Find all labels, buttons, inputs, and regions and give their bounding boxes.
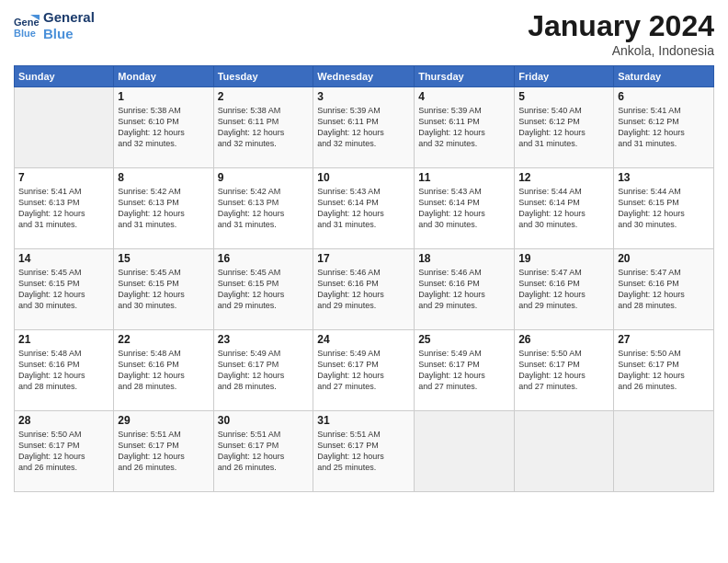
- cell-info: Sunrise: 5:48 AM Sunset: 6:16 PM Dayligh…: [118, 348, 209, 393]
- cell-info: Sunrise: 5:43 AM Sunset: 6:14 PM Dayligh…: [418, 186, 510, 231]
- calendar-week-2: 7Sunrise: 5:41 AM Sunset: 6:13 PM Daylig…: [15, 168, 714, 249]
- calendar-cell: [515, 411, 614, 492]
- cell-info: Sunrise: 5:51 AM Sunset: 6:17 PM Dayligh…: [317, 429, 410, 474]
- cell-info: Sunrise: 5:39 AM Sunset: 6:11 PM Dayligh…: [418, 105, 510, 150]
- calendar-cell: 23Sunrise: 5:49 AM Sunset: 6:17 PM Dayli…: [213, 330, 313, 411]
- calendar-week-4: 21Sunrise: 5:48 AM Sunset: 6:16 PM Dayli…: [15, 330, 714, 411]
- cell-info: Sunrise: 5:45 AM Sunset: 6:15 PM Dayligh…: [218, 267, 310, 312]
- calendar-cell: 26Sunrise: 5:50 AM Sunset: 6:17 PM Dayli…: [515, 330, 614, 411]
- location: Ankola, Indonesia: [528, 43, 714, 58]
- calendar-cell: 24Sunrise: 5:49 AM Sunset: 6:17 PM Dayli…: [313, 330, 415, 411]
- calendar-cell: 17Sunrise: 5:46 AM Sunset: 6:16 PM Dayli…: [313, 249, 415, 330]
- cell-day-number: 28: [18, 414, 109, 427]
- svg-text:Blue: Blue: [14, 28, 36, 39]
- cell-info: Sunrise: 5:45 AM Sunset: 6:15 PM Dayligh…: [18, 267, 109, 312]
- cell-day-number: 15: [118, 252, 209, 265]
- cell-info: Sunrise: 5:50 AM Sunset: 6:17 PM Dayligh…: [18, 429, 109, 474]
- cell-info: Sunrise: 5:42 AM Sunset: 6:13 PM Dayligh…: [218, 186, 310, 231]
- header: General Blue General Blue January 2024 A…: [14, 9, 714, 58]
- cell-info: Sunrise: 5:43 AM Sunset: 6:14 PM Dayligh…: [317, 186, 410, 231]
- cell-info: Sunrise: 5:44 AM Sunset: 6:14 PM Dayligh…: [518, 186, 609, 231]
- header-day-friday: Friday: [515, 66, 614, 87]
- cell-day-number: 29: [118, 414, 209, 427]
- calendar-cell: 13Sunrise: 5:44 AM Sunset: 6:15 PM Dayli…: [614, 168, 714, 249]
- calendar-cell: 1Sunrise: 5:38 AM Sunset: 6:10 PM Daylig…: [114, 87, 213, 168]
- calendar-cell: 8Sunrise: 5:42 AM Sunset: 6:13 PM Daylig…: [114, 168, 213, 249]
- calendar-cell: 25Sunrise: 5:49 AM Sunset: 6:17 PM Dayli…: [415, 330, 515, 411]
- cell-info: Sunrise: 5:49 AM Sunset: 6:17 PM Dayligh…: [418, 348, 510, 393]
- cell-day-number: 2: [218, 90, 310, 103]
- cell-day-number: 1: [118, 90, 209, 103]
- cell-day-number: 3: [317, 90, 410, 103]
- cell-info: Sunrise: 5:41 AM Sunset: 6:12 PM Dayligh…: [618, 105, 710, 150]
- calendar-cell: 12Sunrise: 5:44 AM Sunset: 6:14 PM Dayli…: [515, 168, 614, 249]
- calendar-cell: 2Sunrise: 5:38 AM Sunset: 6:11 PM Daylig…: [213, 87, 313, 168]
- calendar: SundayMondayTuesdayWednesdayThursdayFrid…: [14, 65, 714, 492]
- cell-day-number: 14: [18, 252, 109, 265]
- cell-day-number: 24: [317, 333, 410, 346]
- calendar-cell: 3Sunrise: 5:39 AM Sunset: 6:11 PM Daylig…: [313, 87, 415, 168]
- cell-info: Sunrise: 5:48 AM Sunset: 6:16 PM Dayligh…: [18, 348, 109, 393]
- cell-day-number: 9: [218, 171, 310, 184]
- cell-day-number: 30: [218, 414, 310, 427]
- cell-day-number: 31: [317, 414, 410, 427]
- cell-info: Sunrise: 5:40 AM Sunset: 6:12 PM Dayligh…: [518, 105, 609, 150]
- cell-info: Sunrise: 5:46 AM Sunset: 6:16 PM Dayligh…: [317, 267, 410, 312]
- header-day-sunday: Sunday: [15, 66, 114, 87]
- calendar-cell: 31Sunrise: 5:51 AM Sunset: 6:17 PM Dayli…: [313, 411, 415, 492]
- calendar-cell: 7Sunrise: 5:41 AM Sunset: 6:13 PM Daylig…: [15, 168, 114, 249]
- calendar-cell: 10Sunrise: 5:43 AM Sunset: 6:14 PM Dayli…: [313, 168, 415, 249]
- svg-text:General: General: [14, 17, 40, 28]
- cell-day-number: 10: [317, 171, 410, 184]
- cell-day-number: 7: [18, 171, 109, 184]
- cell-info: Sunrise: 5:49 AM Sunset: 6:17 PM Dayligh…: [218, 348, 310, 393]
- calendar-cell: 9Sunrise: 5:42 AM Sunset: 6:13 PM Daylig…: [213, 168, 313, 249]
- logo-line2: Blue: [43, 26, 95, 42]
- calendar-week-3: 14Sunrise: 5:45 AM Sunset: 6:15 PM Dayli…: [15, 249, 714, 330]
- cell-day-number: 17: [317, 252, 410, 265]
- header-day-tuesday: Tuesday: [213, 66, 313, 87]
- cell-info: Sunrise: 5:44 AM Sunset: 6:15 PM Dayligh…: [618, 186, 710, 231]
- calendar-cell: 21Sunrise: 5:48 AM Sunset: 6:16 PM Dayli…: [15, 330, 114, 411]
- cell-day-number: 26: [518, 333, 609, 346]
- title-block: January 2024 Ankola, Indonesia: [528, 9, 714, 58]
- cell-day-number: 23: [218, 333, 310, 346]
- calendar-cell: 4Sunrise: 5:39 AM Sunset: 6:11 PM Daylig…: [415, 87, 515, 168]
- calendar-cell: 28Sunrise: 5:50 AM Sunset: 6:17 PM Dayli…: [15, 411, 114, 492]
- cell-day-number: 20: [618, 252, 710, 265]
- cell-info: Sunrise: 5:47 AM Sunset: 6:16 PM Dayligh…: [618, 267, 710, 312]
- calendar-cell: 16Sunrise: 5:45 AM Sunset: 6:15 PM Dayli…: [213, 249, 313, 330]
- header-day-thursday: Thursday: [415, 66, 515, 87]
- calendar-week-5: 28Sunrise: 5:50 AM Sunset: 6:17 PM Dayli…: [15, 411, 714, 492]
- cell-info: Sunrise: 5:38 AM Sunset: 6:11 PM Dayligh…: [218, 105, 310, 150]
- header-day-saturday: Saturday: [614, 66, 714, 87]
- calendar-cell: [614, 411, 714, 492]
- calendar-cell: 27Sunrise: 5:50 AM Sunset: 6:17 PM Dayli…: [614, 330, 714, 411]
- page: General Blue General Blue January 2024 A…: [0, 0, 728, 563]
- logo: General Blue General Blue: [14, 9, 95, 42]
- calendar-week-1: 1Sunrise: 5:38 AM Sunset: 6:10 PM Daylig…: [15, 87, 714, 168]
- cell-info: Sunrise: 5:39 AM Sunset: 6:11 PM Dayligh…: [317, 105, 410, 150]
- cell-day-number: 16: [218, 252, 310, 265]
- calendar-cell: 18Sunrise: 5:46 AM Sunset: 6:16 PM Dayli…: [415, 249, 515, 330]
- cell-info: Sunrise: 5:45 AM Sunset: 6:15 PM Dayligh…: [118, 267, 209, 312]
- cell-day-number: 11: [418, 171, 510, 184]
- cell-day-number: 12: [518, 171, 609, 184]
- cell-info: Sunrise: 5:38 AM Sunset: 6:10 PM Dayligh…: [118, 105, 209, 150]
- cell-day-number: 13: [618, 171, 710, 184]
- cell-info: Sunrise: 5:51 AM Sunset: 6:17 PM Dayligh…: [118, 429, 209, 474]
- calendar-cell: [15, 87, 114, 168]
- calendar-cell: 6Sunrise: 5:41 AM Sunset: 6:12 PM Daylig…: [614, 87, 714, 168]
- calendar-cell: 14Sunrise: 5:45 AM Sunset: 6:15 PM Dayli…: [15, 249, 114, 330]
- cell-day-number: 22: [118, 333, 209, 346]
- cell-day-number: 4: [418, 90, 510, 103]
- cell-day-number: 27: [618, 333, 710, 346]
- cell-day-number: 8: [118, 171, 209, 184]
- cell-info: Sunrise: 5:50 AM Sunset: 6:17 PM Dayligh…: [618, 348, 710, 393]
- calendar-cell: 11Sunrise: 5:43 AM Sunset: 6:14 PM Dayli…: [415, 168, 515, 249]
- cell-day-number: 25: [418, 333, 510, 346]
- cell-info: Sunrise: 5:51 AM Sunset: 6:17 PM Dayligh…: [218, 429, 310, 474]
- calendar-cell: 29Sunrise: 5:51 AM Sunset: 6:17 PM Dayli…: [114, 411, 213, 492]
- cell-info: Sunrise: 5:42 AM Sunset: 6:13 PM Dayligh…: [118, 186, 209, 231]
- cell-day-number: 18: [418, 252, 510, 265]
